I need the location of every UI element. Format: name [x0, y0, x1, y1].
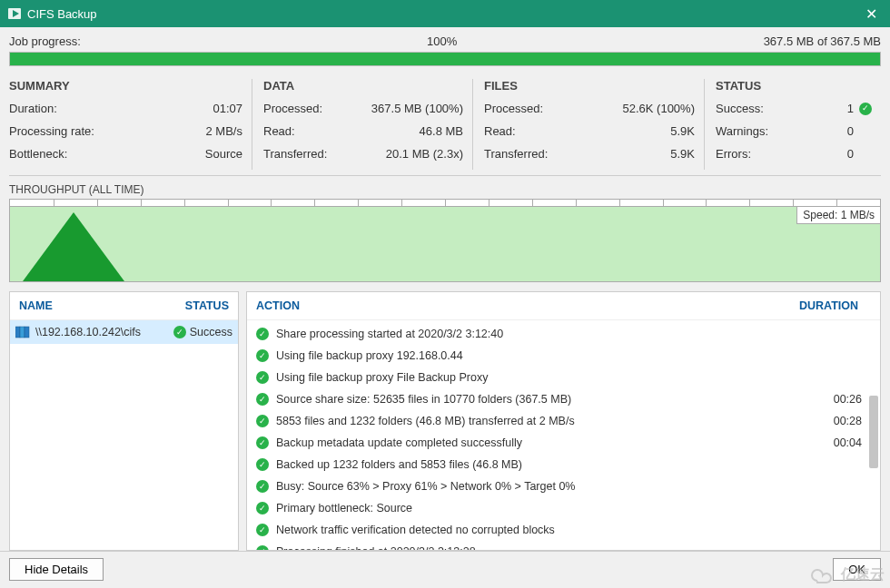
action-row[interactable]: Backed up 1232 folders and 5853 files (4…	[247, 454, 880, 475]
progress-bar	[9, 52, 881, 66]
share-icon	[15, 326, 30, 338]
data-trans-value: 20.1 MB (2.3x)	[386, 147, 463, 161]
check-icon	[256, 480, 269, 493]
warnings-key: Warnings:	[716, 124, 837, 138]
hide-details-button[interactable]: Hide Details	[9, 558, 104, 581]
action-duration: 00:04	[816, 434, 871, 452]
data-column: DATA Processed:367.5 MB (100%) Read:46.8…	[252, 79, 473, 170]
action-text: Using file backup proxy File Backup Prox…	[276, 368, 816, 387]
check-icon	[256, 371, 269, 384]
svg-rect-4	[25, 327, 29, 338]
action-duration: 00:26	[816, 390, 871, 408]
action-text: Source share size: 52635 files in 10770 …	[276, 390, 816, 408]
action-duration: 00:28	[816, 412, 871, 430]
window: CIFS Backup ✕ Job progress: 100% 367.5 M…	[0, 0, 890, 588]
check-icon	[256, 328, 269, 340]
check-icon	[256, 393, 269, 406]
success-value: 1	[837, 102, 854, 115]
progress-row: Job progress: 100% 367.5 MB of 367.5 MB	[9, 34, 881, 48]
progress-label: Job progress:	[9, 34, 427, 48]
action-text: Busy: Source 63% > Proxy 61% > Network 0…	[276, 477, 816, 495]
action-text: Backed up 1232 folders and 5853 files (4…	[276, 456, 816, 474]
success-key: Success:	[716, 102, 837, 115]
action-text: 5853 files and 1232 folders (46.8 MB) tr…	[276, 412, 816, 430]
list-item[interactable]: \\192.168.10.242\cifs Success	[10, 320, 238, 344]
throughput-speed: Speed: 1 MB/s	[796, 207, 880, 224]
action-text: Share processing started at 2020/3/2 3:1…	[276, 325, 816, 343]
data-read-value: 46.8 MB	[420, 124, 463, 138]
status-success-icon	[173, 326, 186, 338]
data-header: DATA	[263, 79, 463, 93]
summary-header: SUMMARY	[9, 79, 242, 93]
scrollbar-thumb[interactable]	[869, 396, 878, 468]
action-text: Using file backup proxy 192.168.0.44	[276, 347, 816, 365]
files-header: FILES	[484, 79, 695, 93]
names-panel: NAME STATUS \\192.168.10.242\cifs Succes…	[9, 291, 239, 551]
status-header: STATUS	[716, 79, 872, 93]
throughput-label: THROUGHPUT (ALL TIME)	[9, 183, 881, 196]
actions-panel: ACTION DURATION Share processing started…	[246, 291, 881, 551]
files-read-key: Read:	[484, 124, 670, 138]
titlebar[interactable]: CIFS Backup ✕	[0, 0, 890, 27]
files-trans-key: Transferred:	[484, 147, 670, 161]
app-icon	[7, 6, 22, 21]
check-icon	[256, 524, 269, 536]
action-row[interactable]: Backup metadata update completed success…	[247, 432, 880, 454]
warnings-value: 0	[837, 124, 854, 138]
action-row[interactable]: 5853 files and 1232 folders (46.8 MB) tr…	[247, 410, 880, 432]
action-row[interactable]: Share processing started at 2020/3/2 3:1…	[247, 323, 880, 345]
names-header: NAME STATUS	[10, 292, 238, 320]
data-trans-key: Transferred:	[263, 147, 386, 161]
files-processed-key: Processed:	[484, 102, 623, 115]
action-row[interactable]: Using file backup proxy File Backup Prox…	[247, 367, 880, 388]
action-row[interactable]: Network traffic verification detected no…	[247, 519, 880, 541]
rate-value: 2 MB/s	[206, 124, 242, 138]
content-area: Job progress: 100% 367.5 MB of 367.5 MB …	[0, 27, 890, 551]
svg-rect-2	[15, 327, 20, 338]
success-icon	[859, 103, 872, 115]
check-icon	[256, 436, 269, 449]
col-duration[interactable]: DURATION	[798, 299, 871, 312]
throughput-peak-icon	[23, 212, 124, 281]
status-column: STATUS Success:1 Warnings:0 Errors:0	[705, 79, 881, 170]
action-text: Processing finished at 2020/3/2 3:13:28	[276, 543, 816, 550]
duration-value: 01:07	[213, 102, 242, 115]
action-text: Backup metadata update completed success…	[276, 434, 816, 452]
action-text: Network traffic verification detected no…	[276, 521, 816, 539]
col-name[interactable]: NAME	[19, 299, 185, 312]
check-icon	[256, 349, 269, 362]
ok-button[interactable]: OK	[833, 558, 881, 581]
files-column: FILES Processed:52.6K (100%) Read:5.9K T…	[473, 79, 705, 170]
col-action[interactable]: ACTION	[256, 299, 798, 312]
bottleneck-value: Source	[205, 147, 242, 161]
check-icon	[256, 545, 269, 550]
throughput-ticks	[10, 200, 880, 207]
action-text: Primary bottleneck: Source	[276, 499, 816, 517]
svg-rect-3	[20, 327, 25, 338]
duration-key: Duration:	[9, 102, 213, 115]
action-row[interactable]: Processing finished at 2020/3/2 3:13:28	[247, 541, 880, 550]
throughput-chart: Speed: 1 MB/s	[9, 199, 881, 282]
action-row[interactable]: Busy: Source 63% > Proxy 61% > Network 0…	[247, 475, 880, 497]
summary-column: SUMMARY Duration:01:07 Processing rate:2…	[9, 79, 252, 170]
files-trans-value: 5.9K	[670, 147, 695, 161]
progress-size: 367.5 MB of 367.5 MB	[764, 34, 881, 48]
data-processed-value: 367.5 MB (100%)	[371, 102, 463, 115]
check-icon	[256, 458, 269, 471]
stats-grid: SUMMARY Duration:01:07 Processing rate:2…	[9, 79, 881, 176]
files-read-value: 5.9K	[670, 124, 695, 138]
window-title: CIFS Backup	[27, 7, 860, 21]
progress-percent: 100%	[427, 34, 457, 48]
action-list[interactable]: Share processing started at 2020/3/2 3:1…	[247, 320, 880, 550]
data-processed-key: Processed:	[263, 102, 371, 115]
bottleneck-key: Bottleneck:	[9, 147, 205, 161]
data-read-key: Read:	[263, 124, 420, 138]
share-name: \\192.168.10.242\cifs	[35, 326, 173, 338]
action-row[interactable]: Source share size: 52635 files in 10770 …	[247, 388, 880, 410]
close-icon[interactable]: ✕	[860, 5, 883, 23]
action-row[interactable]: Using file backup proxy 192.168.0.44	[247, 345, 880, 367]
action-row[interactable]: Primary bottleneck: Source	[247, 497, 880, 519]
share-status: Success	[190, 326, 232, 338]
col-status[interactable]: STATUS	[185, 299, 229, 312]
check-icon	[256, 415, 269, 427]
